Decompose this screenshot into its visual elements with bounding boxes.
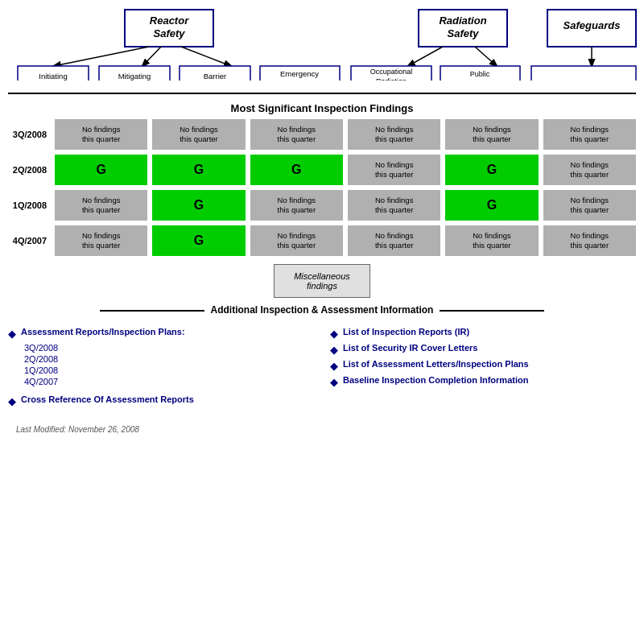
- finding-cell: No findingsthis quarter: [543, 190, 636, 221]
- finding-cell: No findingsthis quarter: [543, 119, 636, 150]
- finding-none: No findingsthis quarter: [348, 155, 440, 185]
- additional-columns: ◆ Assessment Reports/Inspection Plans: 3…: [0, 322, 644, 415]
- finding-cell: G: [152, 190, 245, 221]
- finding-cell: No findingsthis quarter: [445, 119, 538, 150]
- svg-text:Preparedness: Preparedness: [275, 80, 323, 80]
- row-3q2008: 3Q/2008 No findingsthis quarter No findi…: [8, 119, 636, 150]
- additional-left: ◆ Assessment Reports/Inspection Plans: 3…: [8, 327, 314, 411]
- finding-cell: No findingsthis quarter: [348, 190, 440, 221]
- diamond-icon-2: ◆: [8, 395, 16, 407]
- finding-none: No findingsthis quarter: [543, 155, 636, 185]
- finding-none: No findingsthis quarter: [543, 190, 636, 221]
- svg-text:Radiation: Radiation: [439, 14, 486, 27]
- svg-text:Occupational: Occupational: [370, 68, 413, 76]
- sub-link-3q2008[interactable]: 3Q/2008: [24, 343, 314, 353]
- finding-none: No findingsthis quarter: [250, 190, 343, 221]
- finding-green: G: [152, 190, 245, 221]
- finding-cell: No findingsthis quarter: [445, 225, 538, 256]
- finding-cell: No findingsthis quarter: [348, 119, 440, 150]
- finding-cell: No findingsthis quarter: [55, 225, 147, 256]
- finding-cell: G: [445, 155, 538, 185]
- finding-green: G: [152, 225, 245, 256]
- assessment-letters-link-item: ◆ List of Assessment Letters/Inspection …: [330, 359, 636, 372]
- ir-link[interactable]: List of Inspection Reports (IR): [343, 327, 469, 336]
- finding-none: No findingsthis quarter: [543, 119, 636, 150]
- svg-text:Mitigating: Mitigating: [118, 72, 151, 80]
- finding-none: No findingsthis quarter: [445, 225, 538, 256]
- svg-line-12: [475, 47, 497, 66]
- finding-cell: No findingsthis quarter: [348, 155, 440, 185]
- row-2q2008: 2Q/2008 G G G No findingsthis quarter G …: [8, 155, 636, 185]
- svg-text:→: →: [166, 76, 177, 80]
- misc-area: Miscellaneous findings: [0, 264, 644, 298]
- finding-none: No findingsthis quarter: [348, 119, 440, 150]
- svg-line-10: [181, 47, 231, 66]
- misc-line1: Miscellaneous: [294, 271, 350, 281]
- svg-text:→: →: [85, 76, 96, 80]
- svg-line-8: [54, 47, 149, 66]
- finding-cell: G: [55, 155, 147, 185]
- finding-green: G: [250, 155, 343, 185]
- finding-none: No findingsthis quarter: [152, 119, 245, 150]
- finding-none: No findingsthis quarter: [348, 225, 440, 256]
- assessment-reports-label[interactable]: Assessment Reports/Inspection Plans:: [21, 327, 185, 336]
- finding-none: No findingsthis quarter: [55, 225, 147, 256]
- finding-green: G: [152, 155, 245, 185]
- finding-green: G: [55, 155, 147, 185]
- row-4q2007: 4Q/2007 No findingsthis quarter G No fin…: [8, 225, 636, 256]
- last-modified: Last Modified: November 26, 2008: [16, 425, 628, 434]
- findings-table: 3Q/2008 No findingsthis quarter No findi…: [0, 119, 644, 256]
- quarter-label: 4Q/2007: [8, 236, 50, 246]
- assessment-letters-link[interactable]: List of Assessment Letters/Inspection Pl…: [343, 359, 529, 369]
- baseline-link[interactable]: Baseline Inspection Completion Informati…: [343, 375, 528, 385]
- quarter-label: 2Q/2008: [8, 165, 50, 175]
- sub-link-2q2008[interactable]: 2Q/2008: [24, 354, 314, 364]
- finding-cell: No findingsthis quarter: [543, 155, 636, 185]
- finding-cell: No findingsthis quarter: [250, 225, 343, 256]
- misc-box: Miscellaneous findings: [274, 264, 370, 298]
- finding-cell: G: [250, 155, 343, 185]
- svg-line-9: [142, 47, 161, 66]
- finding-cell: G: [152, 155, 245, 185]
- svg-text:Radiation: Radiation: [376, 77, 407, 80]
- finding-none: No findingsthis quarter: [250, 225, 343, 256]
- svg-text:Initiating: Initiating: [39, 72, 67, 80]
- finding-cell: No findingsthis quarter: [55, 190, 147, 221]
- finding-cell: No findingsthis quarter: [250, 190, 343, 221]
- finding-cell: G: [445, 190, 538, 221]
- security-ir-link[interactable]: List of Security IR Cover Letters: [343, 343, 478, 353]
- row-1q2008: 1Q/2008 No findingsthis quarter G No fin…: [8, 190, 636, 221]
- finding-none: No findingsthis quarter: [543, 225, 636, 256]
- svg-text:Security: Security: [570, 79, 598, 80]
- svg-text:Reactor: Reactor: [150, 14, 189, 27]
- diamond-icon-security: ◆: [330, 344, 338, 356]
- svg-text:Radiation: Radiation: [464, 80, 495, 80]
- cross-reference-label[interactable]: Cross Reference Of Assessment Reports: [21, 394, 194, 404]
- divider-1: [8, 93, 636, 94]
- finding-none: No findingsthis quarter: [250, 119, 343, 150]
- diamond-icon-ir: ◆: [330, 328, 338, 340]
- finding-cell: No findingsthis quarter: [55, 119, 147, 150]
- svg-text:Safety: Safety: [447, 27, 479, 39]
- svg-text:Public: Public: [470, 70, 490, 78]
- cross-reference-item: ◆ Cross Reference Of Assessment Reports: [8, 394, 314, 407]
- sub-link-4q2007[interactable]: 4Q/2007: [24, 377, 314, 386]
- finding-none: No findingsthis quarter: [55, 190, 147, 221]
- additional-right: ◆ List of Inspection Reports (IR) ◆ List…: [330, 327, 636, 411]
- finding-green: G: [445, 155, 538, 185]
- diamond-icon-baseline: ◆: [330, 376, 338, 388]
- quarter-label: 1Q/2008: [8, 200, 50, 210]
- svg-line-11: [408, 47, 443, 66]
- diamond-icon-assessment: ◆: [330, 360, 338, 372]
- finding-none: No findingsthis quarter: [348, 190, 440, 221]
- ir-link-item: ◆ List of Inspection Reports (IR): [330, 327, 636, 340]
- finding-cell: No findingsthis quarter: [152, 119, 245, 150]
- diamond-icon: ◆: [8, 328, 16, 340]
- assessment-reports-header: ◆ Assessment Reports/Inspection Plans:: [8, 327, 314, 340]
- finding-cell: No findingsthis quarter: [348, 225, 440, 256]
- section-title: Most Significant Inspection Findings: [0, 102, 644, 114]
- svg-text:Safety: Safety: [153, 27, 185, 39]
- sub-link-1q2008[interactable]: 1Q/2008: [24, 365, 314, 375]
- quarter-label: 3Q/2008: [8, 130, 50, 139]
- finding-green: G: [445, 190, 538, 221]
